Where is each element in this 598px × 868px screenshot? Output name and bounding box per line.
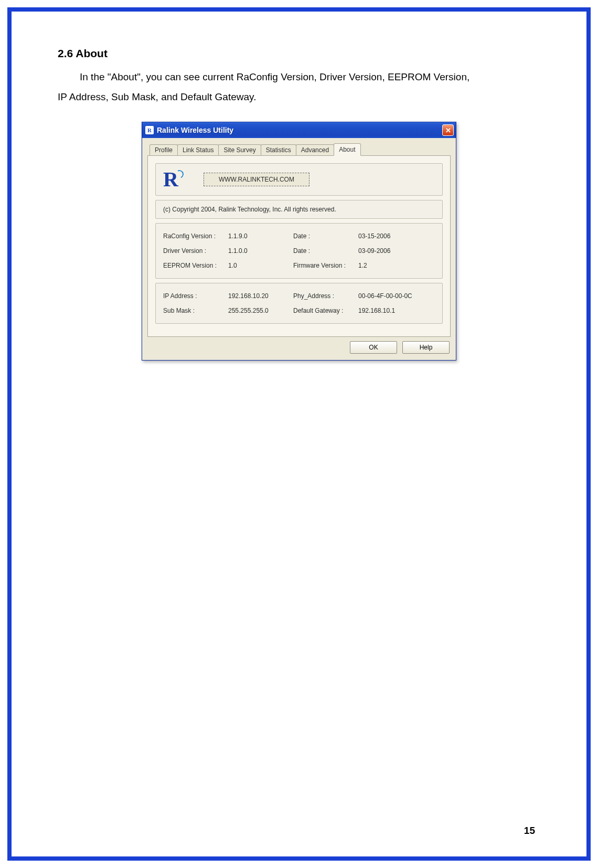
driver-version-label: Driver Version : bbox=[163, 247, 226, 255]
window-client-area: Profile Link Status Site Survey Statisti… bbox=[142, 138, 456, 360]
tab-strip: Profile Link Status Site Survey Statisti… bbox=[147, 143, 451, 155]
window-title: Ralink Wireless Utility bbox=[157, 126, 439, 134]
help-button[interactable]: Help bbox=[402, 341, 450, 354]
tab-link-status[interactable]: Link Status bbox=[177, 144, 219, 155]
driver-version-value: 1.1.0.0 bbox=[228, 247, 291, 255]
close-icon: ✕ bbox=[445, 126, 451, 134]
raconfig-version-value: 1.1.9.0 bbox=[228, 232, 291, 240]
firmware-version-label: Firmware Version : bbox=[293, 262, 356, 269]
tab-site-survey[interactable]: Site Survey bbox=[218, 144, 261, 155]
group-logo-link: R WWW.RALINKTECH.COM bbox=[155, 163, 443, 196]
website-link-button[interactable]: WWW.RALINKTECH.COM bbox=[204, 173, 309, 186]
body-text-line-2: IP Address, Sub Mask, and Default Gatewa… bbox=[58, 87, 540, 107]
driver-date-label: Date : bbox=[293, 247, 356, 255]
copyright-text: (c) Copyright 2004, Ralink Technology, I… bbox=[163, 206, 336, 213]
raconfig-date-label: Date : bbox=[293, 232, 356, 240]
raconfig-version-label: RaConfig Version : bbox=[163, 232, 226, 240]
phy-address-label: Phy_Address : bbox=[293, 292, 356, 300]
tab-profile[interactable]: Profile bbox=[150, 144, 178, 155]
group-network: IP Address : 192.168.10.20 Phy_Address :… bbox=[155, 283, 443, 324]
dialog-window: R Ralink Wireless Utility ✕ Profile Link… bbox=[142, 122, 456, 361]
page-number: 15 bbox=[524, 825, 535, 837]
firmware-version-value: 1.2 bbox=[358, 262, 435, 269]
body-text-line-1: In the "About", you can see current RaCo… bbox=[58, 67, 540, 87]
tab-panel-about: R WWW.RALINKTECH.COM (c) Copyright 2004,… bbox=[147, 155, 451, 337]
page-content: 2.6 About In the "About", you can see cu… bbox=[58, 47, 540, 361]
phy-address-value: 00-06-4F-00-00-0C bbox=[358, 292, 435, 300]
driver-date-value: 03-09-2006 bbox=[358, 247, 435, 255]
app-icon: R bbox=[145, 126, 154, 134]
group-copyright: (c) Copyright 2004, Ralink Technology, I… bbox=[155, 200, 443, 219]
ip-address-value: 192.168.10.20 bbox=[228, 292, 291, 300]
ok-button[interactable]: OK bbox=[350, 341, 397, 354]
sub-mask-label: Sub Mask : bbox=[163, 307, 226, 314]
tab-statistics[interactable]: Statistics bbox=[261, 144, 296, 155]
group-versions: RaConfig Version : 1.1.9.0 Date : 03-15-… bbox=[155, 223, 443, 279]
titlebar[interactable]: R Ralink Wireless Utility ✕ bbox=[142, 122, 456, 138]
sub-mask-value: 255.255.255.0 bbox=[228, 307, 291, 314]
section-heading: 2.6 About bbox=[58, 47, 540, 60]
eeprom-version-value: 1.0 bbox=[228, 262, 291, 269]
tab-about[interactable]: About bbox=[334, 143, 360, 156]
tab-advanced[interactable]: Advanced bbox=[296, 144, 334, 155]
dialog-button-row: OK Help bbox=[147, 337, 451, 355]
ip-address-label: IP Address : bbox=[163, 292, 226, 300]
close-button[interactable]: ✕ bbox=[442, 124, 454, 136]
raconfig-date-value: 03-15-2006 bbox=[358, 232, 435, 240]
ralink-logo-icon: R bbox=[163, 169, 178, 190]
default-gateway-value: 192.168.10.1 bbox=[358, 307, 435, 314]
eeprom-version-label: EEPROM Version : bbox=[163, 262, 226, 269]
default-gateway-label: Default Gateway : bbox=[293, 307, 356, 314]
